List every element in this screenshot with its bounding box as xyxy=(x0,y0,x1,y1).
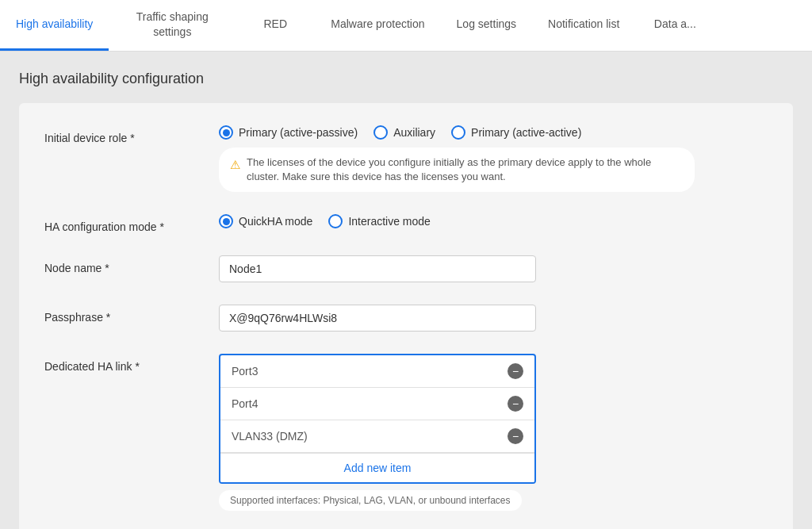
tab-traffic-shaping-settings[interactable]: Traffic shaping settings xyxy=(109,0,236,51)
remove-port3-button[interactable] xyxy=(508,363,523,379)
ha-config-mode-radio-group: QuickHA mode Interactive mode xyxy=(219,214,768,228)
node-name-control xyxy=(219,255,768,282)
ha-link-item-port4: Port4 xyxy=(220,388,534,420)
ha-link-item-port4-label: Port4 xyxy=(232,397,258,410)
ha-link-box: Port3 Port4 VLAN33 (DMZ) Add new item xyxy=(219,354,536,484)
radio-circle-auxiliary xyxy=(373,125,388,140)
initial-device-role-row: Initial device role * Primary (active-pa… xyxy=(44,125,768,192)
node-name-row: Node name * xyxy=(44,255,768,282)
warning-box: ⚠ The licenses of the device you configu… xyxy=(219,148,695,192)
passphrase-label: Passphrase * xyxy=(44,305,219,324)
dedicated-ha-link-row: Dedicated HA link * Port3 Port4 VLAN33 (… xyxy=(44,354,768,511)
radio-interactive[interactable]: Interactive mode xyxy=(328,214,431,228)
ha-link-item-vlan33: VLAN33 (DMZ) xyxy=(220,420,534,453)
radio-quickha[interactable]: QuickHA mode xyxy=(219,214,312,228)
tab-high-availability[interactable]: High availability xyxy=(0,0,109,51)
tab-log-settings[interactable]: Log settings xyxy=(441,0,533,51)
page-title: High availability configuration xyxy=(19,71,793,87)
ha-link-item-port3-label: Port3 xyxy=(232,365,258,378)
tab-malware-protection[interactable]: Malware protection xyxy=(315,0,440,51)
radio-primary-active-active[interactable]: Primary (active-active) xyxy=(451,125,581,140)
passphrase-row: Passphrase * xyxy=(44,305,768,332)
radio-circle-primary-active-active xyxy=(451,125,465,140)
ha-config-mode-row: HA configuration mode * QuickHA mode Int… xyxy=(44,214,768,233)
remove-vlan33-button[interactable] xyxy=(508,428,523,444)
tab-notification-list[interactable]: Notification list xyxy=(532,0,635,51)
dedicated-ha-link-label: Dedicated HA link * xyxy=(44,354,219,373)
radio-primary-active-passive[interactable]: Primary (active-passive) xyxy=(219,125,358,140)
passphrase-control xyxy=(219,305,768,332)
form-card: Initial device role * Primary (active-pa… xyxy=(19,103,793,529)
radio-circle-interactive xyxy=(328,214,343,228)
main-content: High availability configuration Initial … xyxy=(0,52,812,529)
radio-circle-quickha xyxy=(219,214,233,228)
warning-text: The licenses of the device you configure… xyxy=(247,155,684,184)
tab-red[interactable]: RED xyxy=(236,0,315,51)
remove-port4-button[interactable] xyxy=(508,396,523,412)
radio-auxiliary[interactable]: Auxiliary xyxy=(373,125,435,140)
add-new-item-button[interactable]: Add new item xyxy=(220,453,534,482)
initial-device-role-radio-group: Primary (active-passive) Auxiliary Prima… xyxy=(219,125,768,140)
ha-link-item-vlan33-label: VLAN33 (DMZ) xyxy=(232,430,308,443)
node-name-input[interactable] xyxy=(219,255,536,282)
ha-config-mode-label: HA configuration mode * xyxy=(44,214,219,233)
ha-link-hint: Supported interfaces: Physical, LAG, VLA… xyxy=(219,490,522,511)
node-name-label: Node name * xyxy=(44,255,219,274)
dedicated-ha-link-control: Port3 Port4 VLAN33 (DMZ) Add new item xyxy=(219,354,768,511)
radio-circle-primary-active-passive xyxy=(219,125,233,140)
warning-icon: ⚠ xyxy=(230,156,240,173)
initial-device-role-label: Initial device role * xyxy=(44,125,219,144)
initial-device-role-control: Primary (active-passive) Auxiliary Prima… xyxy=(219,125,768,192)
ha-link-item-port3: Port3 xyxy=(220,355,534,388)
tab-bar: High availability Traffic shaping settin… xyxy=(0,0,812,52)
passphrase-input[interactable] xyxy=(219,305,536,332)
ha-config-mode-control: QuickHA mode Interactive mode xyxy=(219,214,768,228)
tab-data-anonymization[interactable]: Data a... xyxy=(635,0,714,51)
